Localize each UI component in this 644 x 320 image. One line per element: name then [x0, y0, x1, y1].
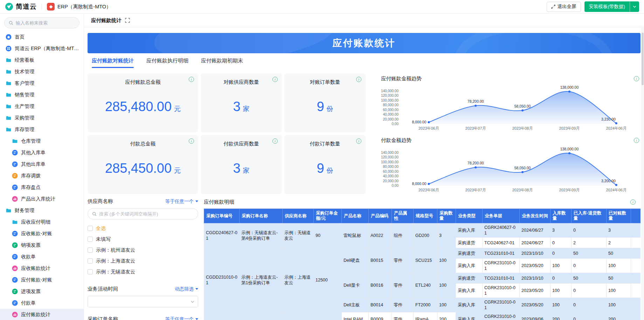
payment-trend-chart: 0.0020,000.0040,000.0060,000.0080,000.00…: [372, 144, 638, 193]
table-cell: 90: [314, 223, 342, 248]
sidebar-item[interactable]: 应付账款-对账: [0, 274, 84, 286]
svg-text:3,200.00: 3,200.00: [601, 179, 616, 183]
sidebar-item-label: 财务管理: [15, 207, 34, 214]
sidebar-item[interactable]: 首页: [0, 31, 84, 43]
checkbox[interactable]: [88, 226, 93, 231]
sidebar-item[interactable]: 财务管理: [0, 205, 84, 216]
sidebar-search-input[interactable]: [16, 20, 75, 26]
sidebar-item[interactable]: 销项发票: [0, 239, 84, 251]
sidebar-item-label: 首页: [15, 34, 25, 40]
table-cell: 2023/05/20: [520, 298, 550, 312]
sidebar-item[interactable]: 销售管理: [0, 89, 84, 101]
info-icon[interactable]: [634, 76, 639, 81]
tab-payable-reconciliation[interactable]: 应付账款对账统计: [92, 57, 134, 68]
supplier-search-box[interactable]: [88, 208, 198, 219]
sidebar-item[interactable]: 采购管理: [0, 112, 84, 124]
chart-pink-icon: [12, 196, 18, 202]
business-time-select[interactable]: [88, 296, 198, 307]
table-cell: 零件: [392, 298, 414, 312]
sidebar-item[interactable]: 库存盘点: [0, 182, 84, 193]
dashboard-tab[interactable]: 应付账款统计: [91, 17, 122, 24]
table-cell: 0: [572, 298, 607, 312]
sidebar-item[interactable]: 应付账款统计: [0, 309, 84, 320]
table-cell: 12500: [314, 248, 342, 312]
table-cell: 采购退货: [456, 248, 483, 259]
checkbox[interactable]: [88, 258, 93, 264]
folder-icon: [6, 69, 12, 75]
column-header: 采购数量: [437, 209, 456, 223]
info-icon[interactable]: [189, 138, 194, 144]
exit-fullscreen-button[interactable]: 退出全屏: [547, 2, 581, 12]
bottom-section: 供应商名称 等于任意一个 全选未填写示例：杭州道友云示例：上海道友云示例：无锡道…: [88, 198, 640, 320]
business-time-filter-mode[interactable]: 动态筛选: [175, 286, 198, 292]
sidebar-item[interactable]: 生产管理: [0, 101, 84, 112]
fullscreen-expand-icon[interactable]: [125, 18, 130, 23]
info-icon[interactable]: [189, 77, 194, 82]
svg-text:2023年06月: 2023年06月: [418, 188, 439, 192]
supplier-filter-option[interactable]: 示例：无锡道友云: [88, 266, 198, 277]
table-cell: Dell硬盘: [342, 248, 369, 273]
supplier-filter-option[interactable]: 示例：上海道友云: [88, 256, 198, 266]
form-blue-icon: [12, 231, 18, 237]
sidebar: 首页简道云 ERP（离散制造-MTO）...经营看板技术管理客户管理销售管理生产…: [0, 14, 84, 320]
purchase-order-filter-operator[interactable]: 等于任意一个: [165, 316, 198, 320]
svg-text:8,000.00: 8,000.00: [412, 182, 426, 186]
checkbox[interactable]: [88, 269, 93, 274]
sidebar-item[interactable]: 应收应付明细: [0, 216, 84, 228]
info-icon[interactable]: [272, 77, 278, 82]
supplier-filter-label: 供应商名称: [88, 198, 113, 205]
sidebar-item[interactable]: 应收账款统计: [0, 263, 84, 274]
sidebar-item[interactable]: 客户管理: [0, 77, 84, 89]
svg-text:2023年07月: 2023年07月: [465, 188, 486, 192]
sidebar-item[interactable]: 库存管理: [0, 124, 84, 135]
sidebar-item[interactable]: 简道云 ERP（离散制造-MTO）...: [0, 43, 84, 54]
table-cell: CGRK240627-01: [483, 223, 520, 238]
install-template-button[interactable]: 安装模板(带数据): [584, 1, 630, 12]
page-scrollbar[interactable]: [641, 28, 644, 320]
table-cell: 100: [437, 298, 456, 312]
jiandaoyun-logo[interactable]: 简道云: [5, 2, 37, 11]
sidebar-item[interactable]: 应收账款-对账: [0, 228, 84, 239]
info-icon[interactable]: [634, 138, 639, 143]
svg-text:80,000.00: 80,000.00: [383, 165, 399, 169]
sidebar-item[interactable]: 仓库管理: [0, 135, 84, 147]
svg-text:140,000.00: 140,000.00: [381, 89, 399, 93]
checkbox[interactable]: [88, 237, 93, 242]
supplier-search-input[interactable]: [99, 211, 194, 217]
sidebar-item[interactable]: 付款单: [0, 297, 84, 309]
current-app-chip[interactable]: ERP（离散制造-MTO）: [47, 3, 111, 11]
table-cell: CGRK231010-01: [483, 259, 520, 273]
info-icon[interactable]: [356, 77, 361, 82]
sidebar-item[interactable]: 收款单: [0, 251, 84, 263]
svg-text:3,230.00: 3,230.00: [601, 117, 616, 121]
info-icon[interactable]: [356, 138, 361, 144]
sidebar-item[interactable]: 库存调拨: [0, 170, 84, 182]
info-icon[interactable]: [272, 138, 278, 144]
install-template-caret[interactable]: [630, 1, 639, 12]
table-cell: 0: [550, 273, 572, 284]
table-cell: 示例：无锡道友云-第4份采购订单: [240, 223, 283, 248]
checkbox[interactable]: [88, 247, 93, 253]
sidebar-item[interactable]: 其他入库单: [0, 147, 84, 158]
supplier-filter-option[interactable]: 示例：杭州道友云: [88, 245, 198, 256]
column-header: 业务单据: [483, 209, 520, 223]
supplier-filter-option[interactable]: 未填写: [88, 234, 198, 245]
sidebar-search-box[interactable]: [4, 17, 79, 28]
stat-card-recon-suppliers: 对账供应商数量 3家: [201, 73, 282, 132]
supplier-filter-operator[interactable]: 等于任意一个: [165, 198, 198, 205]
sidebar-item[interactable]: 进项发票: [0, 286, 84, 297]
supplier-filter-option[interactable]: 全选: [88, 223, 198, 234]
scrollbar-thumb[interactable]: [642, 33, 644, 85]
table-cell: [631, 259, 641, 273]
svg-text:138,000.00: 138,000.00: [560, 147, 579, 151]
sidebar-item[interactable]: 技术管理: [0, 66, 84, 77]
info-icon[interactable]: [630, 199, 636, 205]
folder-icon: [6, 57, 12, 63]
tab-payable-period[interactable]: 应付账款期初期末: [201, 57, 243, 68]
sidebar-item[interactable]: 其他出库单: [0, 158, 84, 170]
sidebar-item[interactable]: 经营看板: [0, 54, 84, 66]
sidebar-item[interactable]: 产品出入库统计: [0, 193, 84, 205]
table-scroll-area[interactable]: 采购订单编号采购订单名称供应商名称采购订单金额/元产品名称产品编码产品属性规格型…: [204, 209, 640, 320]
table-cell: CGDD240627-01: [204, 223, 240, 248]
tab-payable-execution[interactable]: 应付账款执行明细: [146, 57, 188, 68]
